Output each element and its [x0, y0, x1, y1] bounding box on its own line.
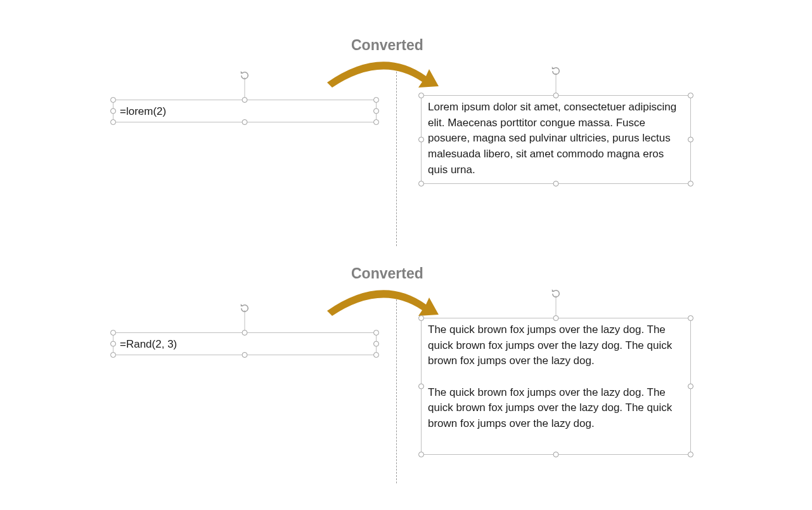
output-textbox-2[interactable]: The quick brown fox jumps over the lazy … — [421, 318, 691, 455]
resize-handle[interactable] — [553, 181, 559, 186]
resize-handle[interactable] — [553, 315, 559, 321]
resize-handle[interactable] — [553, 93, 559, 98]
resize-handle[interactable] — [110, 108, 116, 114]
divider-2 — [396, 299, 397, 483]
resize-handle[interactable] — [373, 352, 379, 358]
resize-handle[interactable] — [110, 352, 116, 358]
resize-handle[interactable] — [688, 315, 693, 321]
resize-handle[interactable] — [688, 384, 693, 389]
resize-handle[interactable] — [688, 181, 693, 186]
resize-handle[interactable] — [110, 119, 116, 125]
converted-label-1: Converted — [351, 37, 423, 54]
resize-handle[interactable] — [242, 119, 248, 125]
rotate-handle-icon[interactable] — [550, 288, 562, 299]
input-textbox-2[interactable]: =Rand(2, 3) — [113, 332, 377, 355]
converted-label-2: Converted — [351, 265, 423, 282]
resize-handle[interactable] — [242, 352, 248, 358]
resize-handle[interactable] — [110, 330, 116, 336]
resize-handle[interactable] — [373, 119, 379, 125]
resize-handle[interactable] — [373, 341, 379, 347]
resize-handle[interactable] — [688, 93, 693, 98]
resize-handle[interactable] — [418, 315, 424, 321]
rotate-handle-icon[interactable] — [239, 303, 250, 314]
resize-handle[interactable] — [242, 330, 248, 336]
resize-handle[interactable] — [418, 137, 424, 143]
resize-handle[interactable] — [418, 452, 424, 457]
resize-handle[interactable] — [418, 181, 424, 186]
input-textbox-1[interactable]: =lorem(2) — [113, 100, 377, 122]
rotate-handle-icon[interactable] — [550, 65, 562, 77]
rotate-handle-icon[interactable] — [239, 70, 250, 81]
divider-1 — [396, 69, 397, 246]
output-textbox-1[interactable]: Lorem ipsum dolor sit amet, consectetuer… — [421, 95, 691, 184]
resize-handle[interactable] — [373, 330, 379, 336]
arrow-icon — [325, 287, 439, 318]
converted-arrow-1 — [325, 58, 439, 90]
output-text-1: Lorem ipsum dolor sit amet, consectetuer… — [422, 96, 690, 181]
resize-handle[interactable] — [418, 93, 424, 98]
output-text-2: The quick brown fox jumps over the lazy … — [422, 318, 690, 435]
resize-handle[interactable] — [688, 137, 693, 143]
resize-handle[interactable] — [110, 341, 116, 347]
converted-arrow-2 — [325, 287, 439, 318]
arrow-icon — [325, 58, 439, 90]
resize-handle[interactable] — [373, 97, 379, 103]
resize-handle[interactable] — [553, 452, 559, 457]
diagram-stage: Converted =lorem(2) — [0, 0, 812, 510]
resize-handle[interactable] — [373, 108, 379, 114]
resize-handle[interactable] — [688, 452, 693, 457]
resize-handle[interactable] — [418, 384, 424, 389]
resize-handle[interactable] — [110, 97, 116, 103]
resize-handle[interactable] — [242, 97, 248, 103]
